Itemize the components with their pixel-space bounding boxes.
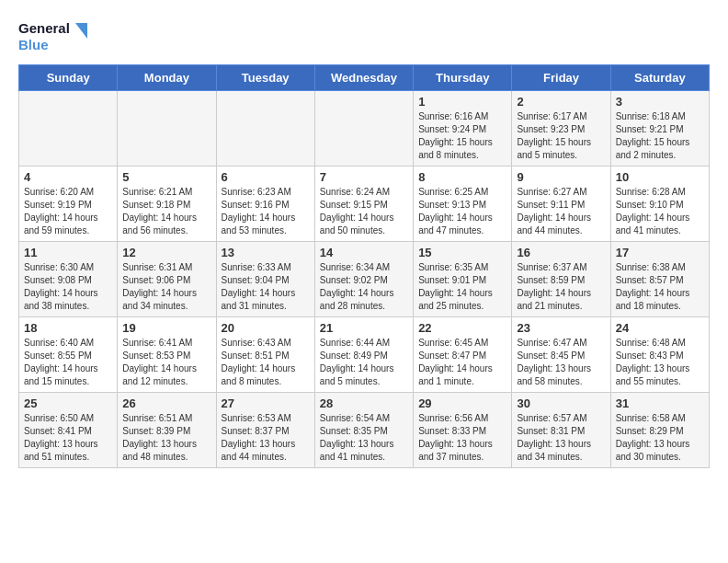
calendar-week-1: 1Sunrise: 6:16 AM Sunset: 9:24 PM Daylig…	[19, 91, 710, 167]
calendar-cell: 25Sunrise: 6:50 AM Sunset: 8:41 PM Dayli…	[19, 393, 118, 468]
day-info: Sunrise: 6:30 AM Sunset: 9:08 PM Dayligh…	[24, 261, 112, 313]
day-number: 8	[418, 170, 506, 184]
calendar-cell: 19Sunrise: 6:41 AM Sunset: 8:53 PM Dayli…	[118, 317, 216, 393]
calendar-week-2: 4Sunrise: 6:20 AM Sunset: 9:19 PM Daylig…	[19, 167, 710, 242]
calendar-cell	[216, 91, 314, 167]
day-number: 17	[616, 246, 704, 259]
day-info: Sunrise: 6:53 AM Sunset: 8:37 PM Dayligh…	[222, 412, 310, 464]
day-info: Sunrise: 6:37 AM Sunset: 8:59 PM Dayligh…	[517, 261, 605, 313]
day-info: Sunrise: 6:20 AM Sunset: 9:19 PM Dayligh…	[24, 186, 112, 237]
calendar-cell: 9Sunrise: 6:27 AM Sunset: 9:11 PM Daylig…	[512, 167, 610, 242]
header-wednesday: Wednesday	[314, 65, 413, 91]
calendar-cell: 29Sunrise: 6:56 AM Sunset: 8:33 PM Dayli…	[414, 393, 512, 468]
day-number: 15	[418, 246, 506, 259]
day-number: 31	[616, 396, 704, 410]
day-number: 5	[122, 170, 210, 184]
day-number: 27	[222, 396, 310, 410]
day-info: Sunrise: 6:23 AM Sunset: 9:16 PM Dayligh…	[222, 186, 310, 237]
day-info: Sunrise: 6:50 AM Sunset: 8:41 PM Dayligh…	[24, 412, 112, 464]
calendar-header-row: SundayMondayTuesdayWednesdayThursdayFrid…	[19, 65, 710, 91]
day-number: 4	[24, 170, 112, 184]
calendar-cell: 6Sunrise: 6:23 AM Sunset: 9:16 PM Daylig…	[216, 167, 314, 242]
calendar-cell: 12Sunrise: 6:31 AM Sunset: 9:06 PM Dayli…	[118, 242, 216, 317]
calendar-cell: 15Sunrise: 6:35 AM Sunset: 9:01 PM Dayli…	[414, 242, 512, 317]
header-monday: Monday	[118, 65, 216, 91]
calendar-week-4: 18Sunrise: 6:40 AM Sunset: 8:55 PM Dayli…	[19, 317, 710, 393]
day-number: 26	[122, 396, 210, 410]
calendar-table: SundayMondayTuesdayWednesdayThursdayFrid…	[18, 64, 710, 468]
day-number: 2	[517, 95, 605, 109]
calendar-cell: 8Sunrise: 6:25 AM Sunset: 9:13 PM Daylig…	[414, 167, 512, 242]
header-tuesday: Tuesday	[216, 65, 314, 91]
calendar-cell: 23Sunrise: 6:47 AM Sunset: 8:45 PM Dayli…	[512, 317, 610, 393]
calendar-cell: 18Sunrise: 6:40 AM Sunset: 8:55 PM Dayli…	[19, 317, 118, 393]
day-number: 14	[320, 246, 408, 259]
calendar-cell: 26Sunrise: 6:51 AM Sunset: 8:39 PM Dayli…	[118, 393, 216, 468]
calendar-cell: 27Sunrise: 6:53 AM Sunset: 8:37 PM Dayli…	[216, 393, 314, 468]
day-info: Sunrise: 6:38 AM Sunset: 8:57 PM Dayligh…	[616, 261, 704, 313]
day-number: 30	[517, 396, 605, 410]
calendar-cell: 11Sunrise: 6:30 AM Sunset: 9:08 PM Dayli…	[19, 242, 118, 317]
day-number: 3	[616, 95, 704, 109]
logo-svg: GeneralBlue	[18, 18, 92, 55]
calendar-cell: 28Sunrise: 6:54 AM Sunset: 8:35 PM Dayli…	[314, 393, 413, 468]
day-info: Sunrise: 6:34 AM Sunset: 9:02 PM Dayligh…	[320, 261, 408, 313]
day-info: Sunrise: 6:27 AM Sunset: 9:11 PM Dayligh…	[517, 186, 605, 237]
header-saturday: Saturday	[610, 65, 709, 91]
day-info: Sunrise: 6:43 AM Sunset: 8:51 PM Dayligh…	[222, 337, 310, 388]
calendar-week-3: 11Sunrise: 6:30 AM Sunset: 9:08 PM Dayli…	[19, 242, 710, 317]
day-info: Sunrise: 6:35 AM Sunset: 9:01 PM Dayligh…	[418, 261, 506, 313]
day-info: Sunrise: 6:48 AM Sunset: 8:43 PM Dayligh…	[616, 337, 704, 388]
day-number: 12	[122, 246, 210, 259]
calendar-cell	[118, 91, 216, 167]
calendar-cell: 17Sunrise: 6:38 AM Sunset: 8:57 PM Dayli…	[610, 242, 709, 317]
header-friday: Friday	[512, 65, 610, 91]
day-info: Sunrise: 6:17 AM Sunset: 9:23 PM Dayligh…	[517, 110, 605, 162]
calendar-cell: 20Sunrise: 6:43 AM Sunset: 8:51 PM Dayli…	[216, 317, 314, 393]
calendar-cell: 10Sunrise: 6:28 AM Sunset: 9:10 PM Dayli…	[610, 167, 709, 242]
day-info: Sunrise: 6:16 AM Sunset: 9:24 PM Dayligh…	[418, 110, 506, 162]
day-number: 11	[24, 246, 112, 259]
day-info: Sunrise: 6:24 AM Sunset: 9:15 PM Dayligh…	[320, 186, 408, 237]
day-info: Sunrise: 6:18 AM Sunset: 9:21 PM Dayligh…	[616, 110, 704, 162]
calendar-cell: 3Sunrise: 6:18 AM Sunset: 9:21 PM Daylig…	[610, 91, 709, 167]
calendar-week-5: 25Sunrise: 6:50 AM Sunset: 8:41 PM Dayli…	[19, 393, 710, 468]
day-info: Sunrise: 6:45 AM Sunset: 8:47 PM Dayligh…	[418, 337, 506, 388]
day-number: 20	[222, 321, 310, 335]
day-number: 9	[517, 170, 605, 184]
day-number: 6	[222, 170, 310, 184]
day-info: Sunrise: 6:47 AM Sunset: 8:45 PM Dayligh…	[517, 337, 605, 388]
day-number: 29	[418, 396, 506, 410]
calendar-cell: 5Sunrise: 6:21 AM Sunset: 9:18 PM Daylig…	[118, 167, 216, 242]
day-number: 24	[616, 321, 704, 335]
day-info: Sunrise: 6:25 AM Sunset: 9:13 PM Dayligh…	[418, 186, 506, 237]
logo: GeneralBlue	[18, 18, 92, 55]
day-number: 21	[320, 321, 408, 335]
calendar-cell: 13Sunrise: 6:33 AM Sunset: 9:04 PM Dayli…	[216, 242, 314, 317]
calendar-cell: 4Sunrise: 6:20 AM Sunset: 9:19 PM Daylig…	[19, 167, 118, 242]
calendar-cell	[19, 91, 118, 167]
calendar-cell: 22Sunrise: 6:45 AM Sunset: 8:47 PM Dayli…	[414, 317, 512, 393]
calendar-cell: 7Sunrise: 6:24 AM Sunset: 9:15 PM Daylig…	[314, 167, 413, 242]
day-info: Sunrise: 6:51 AM Sunset: 8:39 PM Dayligh…	[122, 412, 210, 464]
day-info: Sunrise: 6:54 AM Sunset: 8:35 PM Dayligh…	[320, 412, 408, 464]
page-header: GeneralBlue	[18, 18, 710, 55]
day-number: 13	[222, 246, 310, 259]
day-info: Sunrise: 6:31 AM Sunset: 9:06 PM Dayligh…	[122, 261, 210, 313]
day-info: Sunrise: 6:28 AM Sunset: 9:10 PM Dayligh…	[616, 186, 704, 237]
day-info: Sunrise: 6:44 AM Sunset: 8:49 PM Dayligh…	[320, 337, 408, 388]
day-number: 28	[320, 396, 408, 410]
day-info: Sunrise: 6:57 AM Sunset: 8:31 PM Dayligh…	[517, 412, 605, 464]
calendar-cell: 14Sunrise: 6:34 AM Sunset: 9:02 PM Dayli…	[314, 242, 413, 317]
calendar-cell: 31Sunrise: 6:58 AM Sunset: 8:29 PM Dayli…	[610, 393, 709, 468]
header-thursday: Thursday	[414, 65, 512, 91]
day-info: Sunrise: 6:40 AM Sunset: 8:55 PM Dayligh…	[24, 337, 112, 388]
day-number: 10	[616, 170, 704, 184]
calendar-cell: 16Sunrise: 6:37 AM Sunset: 8:59 PM Dayli…	[512, 242, 610, 317]
header-sunday: Sunday	[19, 65, 118, 91]
day-number: 16	[517, 246, 605, 259]
day-number: 1	[418, 95, 506, 109]
calendar-cell: 24Sunrise: 6:48 AM Sunset: 8:43 PM Dayli…	[610, 317, 709, 393]
svg-marker-2	[75, 23, 87, 39]
day-info: Sunrise: 6:21 AM Sunset: 9:18 PM Dayligh…	[122, 186, 210, 237]
